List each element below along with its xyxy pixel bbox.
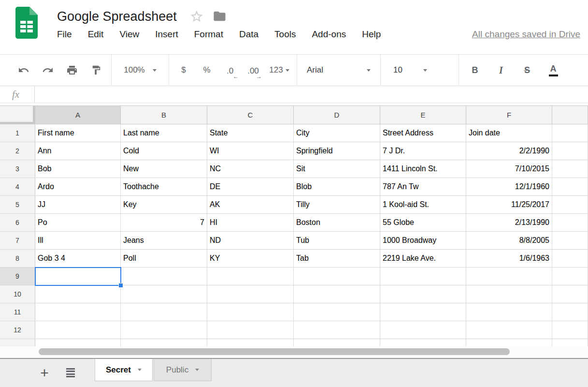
move-to-folder-button[interactable]	[213, 9, 227, 24]
saved-status-link[interactable]: All changes saved in Drive	[472, 29, 580, 40]
undo-button[interactable]	[12, 60, 36, 81]
paint-format-button[interactable]	[84, 60, 108, 81]
row-header-3[interactable]: 3	[0, 160, 35, 178]
cell-d5[interactable]: Tilly	[294, 196, 380, 214]
cell-a2[interactable]: Ann	[35, 142, 121, 160]
add-sheet-button[interactable]: +	[35, 363, 54, 383]
cell-b6[interactable]: 7	[121, 214, 207, 232]
cell-e10[interactable]	[380, 285, 466, 303]
cell-a3[interactable]: Bob	[35, 160, 121, 178]
cell-f1[interactable]: Join date	[466, 124, 552, 142]
cell-b9[interactable]	[121, 268, 207, 285]
menu-item-format[interactable]: Format	[194, 29, 223, 40]
cell-partial[interactable]	[294, 339, 380, 346]
text-color-button[interactable]: A	[540, 60, 566, 81]
row-header-7[interactable]: 7	[0, 232, 35, 250]
cell-e7[interactable]: 1000 Broadway	[380, 232, 466, 250]
font-family-select[interactable]: Arial	[300, 60, 377, 81]
sheets-logo[interactable]	[15, 7, 38, 54]
select-all-corner[interactable]	[0, 106, 35, 124]
cell-e2[interactable]: 7 J Dr.	[380, 142, 466, 160]
cell-a5[interactable]: JJ	[35, 196, 121, 214]
cell-b4[interactable]: Toothache	[121, 178, 207, 196]
cell-e4[interactable]: 787 An Tw	[380, 178, 466, 196]
column-header-c[interactable]: C	[207, 106, 294, 124]
column-header-d[interactable]: D	[294, 106, 380, 124]
horizontal-scrollbar-thumb[interactable]	[39, 348, 510, 355]
cell-b11[interactable]	[121, 303, 207, 321]
cell-b1[interactable]: Last name	[121, 124, 207, 142]
column-header-f[interactable]: F	[466, 106, 552, 124]
chevron-down-icon[interactable]	[138, 369, 142, 371]
cell-a10[interactable]	[35, 285, 121, 303]
row-header-8[interactable]: 8	[0, 250, 35, 268]
cell-d2[interactable]: Springfield	[294, 142, 380, 160]
row-header-11[interactable]: 11	[0, 303, 35, 321]
cell-e3[interactable]: 1411 Lincoln St.	[380, 160, 466, 178]
format-percent-button[interactable]: %	[195, 60, 218, 81]
decrease-decimals-button[interactable]: .0 ←	[218, 60, 242, 81]
sheet-tab-public[interactable]: Public	[154, 359, 212, 381]
cell-b3[interactable]: New	[121, 160, 207, 178]
cell-d4[interactable]: Blob	[294, 178, 380, 196]
font-size-select[interactable]: 10	[384, 60, 437, 81]
cell-d3[interactable]: Sit	[294, 160, 380, 178]
cell-b2[interactable]: Cold	[121, 142, 207, 160]
document-title[interactable]: Google Spreadsheet	[57, 9, 177, 24]
menu-item-file[interactable]: File	[57, 29, 72, 40]
cell-partial[interactable]	[380, 339, 466, 346]
menu-item-view[interactable]: View	[119, 29, 139, 40]
cell-e8[interactable]: 2219 Lake Ave.	[380, 250, 466, 268]
cell-c2[interactable]: WI	[207, 142, 294, 160]
cell-b5[interactable]: Key	[121, 196, 207, 214]
row-header-5[interactable]: 5	[0, 196, 35, 214]
cell-c6[interactable]: HI	[207, 214, 294, 232]
row-header-9[interactable]: 9	[0, 268, 35, 285]
row-header-4[interactable]: 4	[0, 178, 35, 196]
cell-a9[interactable]	[35, 268, 121, 285]
cell-e1[interactable]: Street Address	[380, 124, 466, 142]
row-header-1[interactable]: 1	[0, 124, 35, 142]
cell-f8[interactable]: 1/6/1963	[466, 250, 552, 268]
cell-d6[interactable]: Boston	[294, 214, 380, 232]
column-header-b[interactable]: B	[121, 106, 207, 124]
cell-f4[interactable]: 12/1/1960	[466, 178, 552, 196]
cell-c8[interactable]: KY	[207, 250, 294, 268]
column-header-a[interactable]: A	[35, 106, 121, 124]
cell-e11[interactable]	[380, 303, 466, 321]
cell-f6[interactable]: 2/13/1990	[466, 214, 552, 232]
menu-item-help[interactable]: Help	[362, 29, 381, 40]
menu-item-insert[interactable]: Insert	[155, 29, 178, 40]
more-formats-button[interactable]: 123	[265, 60, 294, 81]
increase-decimals-button[interactable]: .00 →	[242, 60, 265, 81]
cell-partial[interactable]	[466, 339, 552, 346]
cell-c1[interactable]: State	[207, 124, 294, 142]
cell-partial[interactable]	[35, 339, 121, 346]
strikethrough-button[interactable]: S	[514, 60, 540, 81]
row-header-10[interactable]: 10	[0, 285, 35, 303]
cell-c10[interactable]	[207, 285, 294, 303]
italic-button[interactable]: I	[488, 60, 514, 81]
cell-partial[interactable]	[207, 339, 294, 346]
cell-partial[interactable]	[121, 339, 207, 346]
cell-f12[interactable]	[466, 321, 552, 339]
column-header-e[interactable]: E	[380, 106, 466, 124]
chevron-down-icon[interactable]	[195, 369, 199, 371]
cell-e9[interactable]	[380, 268, 466, 285]
bold-button[interactable]: B	[462, 60, 488, 81]
row-header-partial[interactable]	[0, 339, 35, 346]
formula-input[interactable]	[35, 86, 588, 103]
cell-a1[interactable]: First name	[35, 124, 121, 142]
sheet-tab-secret[interactable]: Secret	[95, 359, 153, 381]
cell-d12[interactable]	[294, 321, 380, 339]
menu-item-tools[interactable]: Tools	[274, 29, 296, 40]
cell-f10[interactable]	[466, 285, 552, 303]
zoom-select[interactable]: 100%	[115, 60, 166, 81]
row-header-12[interactable]: 12	[0, 321, 35, 339]
cell-a7[interactable]: Ill	[35, 232, 121, 250]
cell-a12[interactable]	[35, 321, 121, 339]
cell-d11[interactable]	[294, 303, 380, 321]
print-button[interactable]	[60, 60, 84, 81]
redo-button[interactable]	[36, 60, 60, 81]
cell-d10[interactable]	[294, 285, 380, 303]
